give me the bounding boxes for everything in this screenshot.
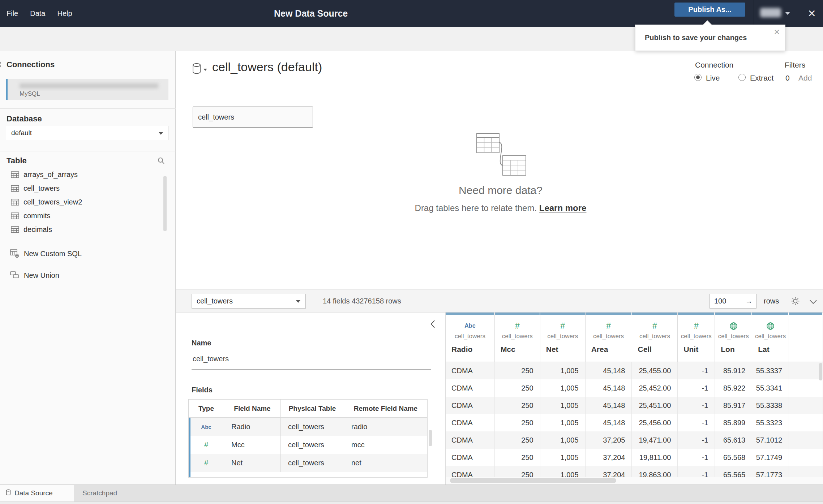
number-type-icon: #	[204, 458, 209, 467]
table-node[interactable]: cell_towers	[193, 107, 313, 128]
apply-rows-arrow-icon[interactable]: →	[745, 297, 753, 305]
preview-settings-gear-icon[interactable]	[790, 296, 800, 307]
database-select[interactable]: default	[6, 126, 168, 140]
table-list-item[interactable]: arrays_of_arrays	[0, 168, 176, 181]
table-list-item[interactable]: cell_towers	[0, 181, 176, 195]
number-type-icon: #	[515, 321, 520, 331]
column-header-strip	[632, 313, 677, 315]
titlebar: FileDataHelp New Data Source Publish As.…	[0, 0, 823, 27]
column-type-icon: #	[495, 321, 540, 331]
window-close-icon[interactable]: ✕	[801, 0, 823, 27]
field-name-cell[interactable]: Net	[224, 454, 281, 472]
learn-more-link[interactable]: Learn more	[539, 203, 587, 213]
fields-header-cell[interactable]: Field Name	[224, 400, 281, 418]
filters-add-link[interactable]: Add	[798, 74, 812, 82]
grid-cell: 1,005	[540, 362, 586, 379]
name-label: Name	[192, 339, 211, 347]
filters-count: 0	[785, 74, 790, 82]
grid-column-header[interactable]: cell_towersLat	[752, 313, 789, 362]
fields-row[interactable]: AbcRadiocell_towersradio	[189, 418, 427, 436]
grid-cell: 1,005	[540, 414, 586, 431]
table-list-item[interactable]: commits	[0, 209, 176, 223]
fields-header-cell[interactable]: Type	[189, 400, 224, 418]
fields-table-scrollbar[interactable]	[429, 430, 432, 446]
grid-cell-partial	[789, 431, 823, 449]
tab-data-source[interactable]: Data Source	[0, 485, 74, 501]
column-type-icon: #	[540, 321, 585, 331]
grid-cell: 25,452.00	[632, 379, 678, 397]
add-connection-icon[interactable]	[0, 59, 1, 70]
sidebar: Connections MySQL Database default Table…	[0, 51, 176, 484]
grid-column-header[interactable]: #cell_towersNet	[540, 313, 586, 362]
table-list-item[interactable]: decimals	[0, 223, 176, 236]
table-grid-icon	[11, 226, 19, 233]
fields-header-cell[interactable]: Remote Field Name	[344, 400, 427, 418]
tab-scratchpad[interactable]: Scratchpad	[74, 485, 117, 501]
fields-header-cell[interactable]: Physical Table	[281, 400, 344, 418]
column-table-name: cell_towers	[715, 333, 752, 340]
row-accent-bar	[189, 454, 190, 472]
row-limit-input[interactable]: 100 →	[710, 294, 756, 309]
grid-column-header[interactable]: Abccell_towersRadio	[446, 313, 495, 362]
grid-vertical-scrollbar[interactable]	[819, 363, 822, 380]
grid-hscroll-thumb[interactable]	[450, 478, 616, 483]
avatar[interactable]	[760, 8, 781, 17]
table-list-item[interactable]: cell_towers_view2	[0, 195, 176, 209]
menu-file[interactable]: File	[7, 9, 18, 18]
grid-cell-partial	[789, 414, 823, 431]
grid-cell: 45,148	[586, 414, 632, 431]
number-type-icon: #	[606, 321, 611, 331]
new-union[interactable]: New Union	[0, 269, 176, 281]
column-field-name: Unit	[683, 345, 698, 354]
avatar-chevron-down-icon[interactable]	[785, 12, 790, 15]
table-node-label: cell_towers	[198, 113, 234, 121]
datasource-db-icon[interactable]	[192, 63, 201, 76]
grid-cell: CDMA	[446, 362, 495, 379]
column-header-strip	[789, 313, 822, 315]
field-name-cell[interactable]: Radio	[224, 418, 281, 436]
grid-column-header[interactable]: cell_towersLon	[715, 313, 752, 362]
grid-row: CDMA2501,00545,14825,451.00-185.91755.33…	[446, 397, 823, 414]
new-custom-sql[interactable]: New Custom SQL	[0, 247, 176, 260]
field-name-cell[interactable]: Mcc	[224, 436, 281, 454]
rows-label: rows	[764, 289, 779, 313]
grid-column-header[interactable]: #cell_towersCell	[632, 313, 678, 362]
connection-item[interactable]: MySQL	[6, 79, 168, 100]
preview-table-select[interactable]: cell_towers	[192, 294, 306, 309]
field-type-cell: Abc	[189, 418, 224, 436]
menu-help[interactable]: Help	[57, 9, 72, 18]
menu-data[interactable]: Data	[30, 9, 45, 18]
extract-radio[interactable]	[738, 74, 746, 81]
number-type-icon: #	[204, 440, 209, 449]
collapse-pane-chevron-icon[interactable]	[430, 320, 435, 330]
column-header-strip	[495, 313, 540, 315]
column-table-name: cell_towers	[446, 333, 494, 340]
live-radio[interactable]	[694, 74, 702, 81]
fields-header-row: TypeField NamePhysical TableRemote Field…	[189, 400, 427, 418]
table-list-scrollbar[interactable]	[163, 176, 167, 231]
search-icon[interactable]	[157, 157, 165, 166]
grid-cell: 65.613	[715, 431, 752, 449]
tooltip-close-icon[interactable]: ✕	[773, 28, 780, 36]
grid-row: CDMA2501,00537,20419,811.00-165.56857.17…	[446, 449, 823, 466]
table-name: arrays_of_arrays	[23, 171, 78, 179]
fields-row[interactable]: #Netcell_towersnet	[189, 454, 427, 472]
fields-row[interactable]: #Mcccell_towersmcc	[189, 436, 427, 454]
collapse-preview-chevron-icon[interactable]	[809, 299, 817, 306]
union-icon	[10, 271, 20, 279]
name-value[interactable]: cell_towers	[193, 355, 229, 363]
live-radio-label[interactable]: Live	[706, 74, 720, 82]
extract-radio-label[interactable]: Extract	[750, 74, 773, 82]
connection-name-redacted	[20, 83, 158, 88]
grid-horizontal-scrollbar[interactable]	[446, 477, 823, 484]
grid-column-header[interactable]: #cell_towersMcc	[495, 313, 540, 362]
grid-cell: -1	[678, 431, 715, 449]
grid-column-header[interactable]: #cell_towersUnit	[678, 313, 715, 362]
divider	[0, 151, 176, 151]
grid-column-header[interactable]: #cell_towersArea	[586, 313, 632, 362]
publish-as-button[interactable]: Publish As...	[674, 3, 745, 17]
datasource-caret-icon[interactable]	[203, 69, 207, 71]
grid-row: CDMA2501,00545,14825,455.00-185.91255.33…	[446, 362, 823, 379]
number-type-icon: #	[560, 321, 565, 331]
column-table-name: cell_towers	[632, 333, 678, 340]
